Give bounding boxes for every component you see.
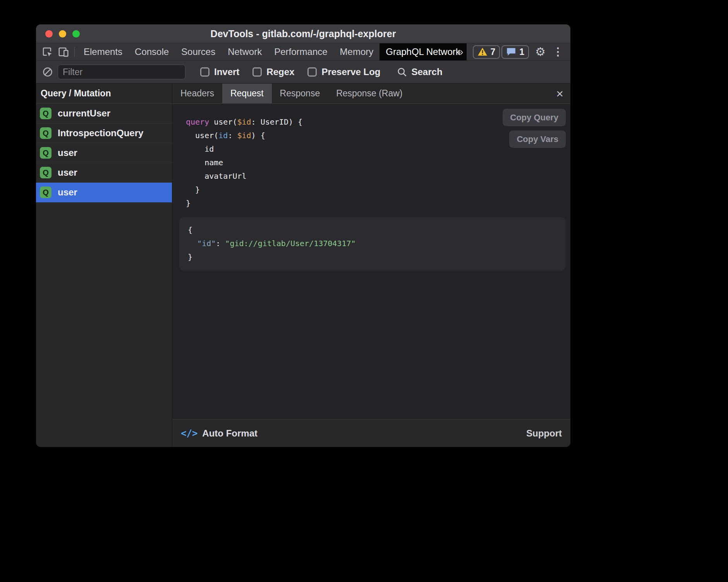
status-badges: 7 1 [473, 45, 529, 59]
devtools-window: DevTools - gitlab.com/-/graphql-explorer… [36, 24, 570, 447]
search-label: Search [411, 67, 442, 77]
tab-elements[interactable]: Elements [77, 43, 129, 60]
code-format-icon: </> [181, 428, 197, 439]
request-name: currentUser [58, 108, 110, 119]
variables-box: { "id": "gid://gitlab/User/13704317"} [179, 217, 565, 270]
filter-bar: InvertRegexPreserve Log Search [36, 60, 570, 84]
code-line: } [188, 250, 557, 264]
close-panel-icon[interactable]: × [556, 87, 563, 100]
copy-vars-button[interactable]: Copy Vars [509, 130, 566, 148]
devtools-tabs: ElementsConsoleSourcesNetworkPerformance… [77, 43, 453, 60]
detail-tab-request[interactable]: Request [222, 84, 272, 103]
checkbox-preserve-log[interactable]: Preserve Log [307, 67, 380, 77]
detail-tab-headers[interactable]: Headers [172, 84, 222, 103]
sidebar-header: Query / Mutation [36, 84, 172, 104]
code-line: id [186, 142, 302, 156]
tab-sources[interactable]: Sources [175, 43, 221, 60]
requests-sidebar: Query / Mutation QcurrentUserQIntrospect… [36, 84, 172, 447]
warnings-badge[interactable]: 7 [473, 45, 500, 59]
checkbox-box[interactable] [200, 67, 209, 77]
code-line: } [186, 183, 302, 197]
search-icon [397, 67, 407, 77]
inspect-cursor-icon [41, 46, 53, 58]
request-item-introspectionquery[interactable]: QIntrospectionQuery [36, 123, 172, 143]
auto-format-button[interactable]: </> Auto Format [181, 428, 258, 439]
checkbox-invert[interactable]: Invert [200, 67, 239, 77]
filter-checkboxes: InvertRegexPreserve Log [200, 67, 380, 77]
request-item-currentuser[interactable]: QcurrentUser [36, 104, 172, 123]
request-list: QcurrentUserQIntrospectionQueryQuserQuse… [36, 104, 172, 447]
request-detail-body: query user($id: UserID) { user(id: $id) … [172, 104, 570, 419]
checkbox-label: Regex [266, 67, 294, 77]
sidebar-title: Query / Mutation [41, 88, 111, 99]
query-type-badge: Q [40, 187, 52, 198]
tab-performance[interactable]: Performance [268, 43, 333, 60]
query-type-badge: Q [40, 108, 52, 119]
block-icon [42, 67, 53, 77]
toolbar-right-controls: » 7 1 ⚙ ⋮ [453, 45, 570, 59]
device-toolbar-button[interactable] [55, 43, 72, 60]
detail-panel: HeadersRequestResponseResponse (Raw) × q… [172, 84, 570, 447]
settings-gear-icon[interactable]: ⚙ [535, 46, 546, 58]
query-type-badge: Q [40, 127, 52, 139]
close-window-button[interactable] [45, 30, 53, 38]
detail-tabs: HeadersRequestResponseResponse (Raw) [172, 84, 410, 103]
request-name: user [58, 187, 77, 198]
checkbox-regex[interactable]: Regex [252, 67, 294, 77]
code-line: avatarUrl [186, 169, 302, 183]
filter-input[interactable] [58, 65, 185, 79]
device-toolbar-icon [58, 46, 69, 58]
window-controls [45, 24, 80, 43]
checkbox-label: Preserve Log [321, 67, 380, 77]
detail-tab-response[interactable]: Response [272, 84, 328, 103]
code-line: } [186, 197, 302, 210]
tab-memory[interactable]: Memory [334, 43, 380, 60]
warning-icon [477, 47, 488, 56]
warning-count: 7 [491, 47, 496, 57]
code-line: name [186, 156, 302, 169]
zoom-window-button[interactable] [72, 30, 80, 38]
detail-tab-response-raw[interactable]: Response (Raw) [328, 84, 410, 103]
checkbox-box[interactable] [307, 67, 317, 77]
support-link[interactable]: Support [526, 428, 562, 439]
detail-tabs-row: HeadersRequestResponseResponse (Raw) × [172, 84, 570, 104]
auto-format-label: Auto Format [202, 428, 258, 439]
checkbox-label: Invert [214, 67, 239, 77]
chat-bubble-icon [506, 47, 516, 56]
copy-query-button[interactable]: Copy Query [503, 109, 566, 126]
inspect-element-button[interactable] [39, 43, 55, 60]
detail-footer: </> Auto Format Support [172, 419, 570, 447]
search-button[interactable]: Search [397, 67, 442, 77]
issues-badge[interactable]: 1 [501, 45, 529, 59]
window-title: DevTools - gitlab.com/-/graphql-explorer [211, 28, 396, 39]
more-tabs-button[interactable]: » [453, 46, 467, 58]
more-options-icon[interactable]: ⋮ [550, 46, 566, 57]
issue-count: 1 [519, 47, 524, 57]
query-type-badge: Q [40, 147, 52, 159]
tab-console[interactable]: Console [129, 43, 175, 60]
request-name: IntrospectionQuery [58, 128, 143, 139]
request-item-user[interactable]: Quser [36, 183, 172, 202]
toolbar-separator [74, 47, 75, 57]
request-name: user [58, 167, 77, 178]
clear-requests-button[interactable] [42, 67, 53, 77]
window-titlebar: DevTools - gitlab.com/-/graphql-explorer [36, 24, 570, 43]
query-type-badge: Q [40, 167, 52, 178]
code-line: "id": "gid://gitlab/User/13704317" [188, 237, 557, 250]
checkbox-box[interactable] [252, 67, 262, 77]
request-item-user[interactable]: Quser [36, 143, 172, 163]
variables-code: { "id": "gid://gitlab/User/13704317"} [188, 223, 557, 264]
devtools-toolbar: ElementsConsoleSourcesNetworkPerformance… [36, 43, 570, 60]
query-code: query user($id: UserID) { user(id: $id) … [186, 115, 302, 210]
content-area: Query / Mutation QcurrentUserQIntrospect… [36, 84, 570, 447]
code-line: query user($id: UserID) { [186, 115, 302, 129]
request-name: user [58, 147, 77, 158]
tab-network[interactable]: Network [221, 43, 268, 60]
request-item-user[interactable]: Quser [36, 163, 172, 183]
code-line: { [188, 223, 557, 237]
code-line: user(id: $id) { [186, 129, 302, 142]
minimize-window-button[interactable] [59, 30, 66, 38]
